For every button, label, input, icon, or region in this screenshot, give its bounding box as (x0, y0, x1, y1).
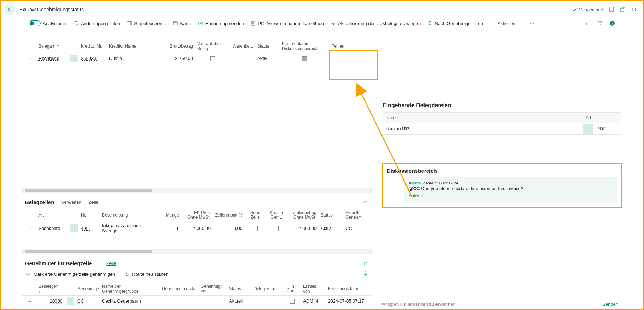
warenbe-cell (230, 57, 255, 60)
tab-zeile[interactable]: Zeile (89, 200, 98, 205)
row-menu-button[interactable]: ⋮ (583, 124, 593, 134)
col-kreditor-nr[interactable]: Kreditor Nr. (79, 42, 107, 50)
status3-cell: Aktuell (227, 297, 252, 305)
restart-route-button[interactable]: Route neu starten (124, 272, 168, 277)
col-erstellt-von[interactable]: Erstellt von (301, 282, 326, 295)
batch-icon (126, 20, 132, 26)
pdf-viewer-button[interactable]: PDf-Viewer in neuem Tab öffnen (251, 20, 324, 26)
col-belegart[interactable]: Belegart (36, 42, 68, 50)
popout-icon[interactable] (620, 6, 626, 13)
info-icon[interactable]: i (609, 20, 615, 26)
actions-menu[interactable]: Aktionen (498, 20, 523, 26)
belegart-cell[interactable]: Rechnung (36, 54, 68, 62)
svg-point-9 (429, 21, 431, 23)
col-vertraulich[interactable]: Vertraulicher Beleg (195, 40, 230, 53)
col-menge[interactable]: Menge (160, 211, 181, 219)
col-delegiert[interactable]: Delegiert an (252, 285, 283, 293)
row-menu-button[interactable]: ⋮ (70, 224, 78, 232)
collapse-icon[interactable] (631, 6, 637, 13)
col-bestell[interactable]: Bestellgen... ↑ (36, 282, 65, 295)
col-art[interactable]: Art (36, 211, 68, 219)
nr-cell[interactable]: 4051 (79, 224, 100, 232)
row-menu-button[interactable]: ⋮ (70, 55, 78, 62)
share-icon[interactable] (363, 260, 369, 267)
back-button[interactable] (4, 4, 15, 15)
restart-label: Route neu starten (132, 272, 168, 277)
col-file-art[interactable]: Art (582, 113, 621, 123)
comment-input[interactable]: @ tippen um jemanden zu erwähnen (380, 302, 456, 307)
col-erstell-datum[interactable]: Erstellungsdatum (326, 285, 368, 293)
genehmiger-cell[interactable]: CC (75, 297, 100, 305)
kogen-cell[interactable] (266, 224, 287, 232)
arrow-left-icon (7, 7, 12, 12)
analyze-label: Analysieren (43, 21, 67, 26)
col-warenbe[interactable]: Warenbe... (230, 42, 255, 50)
col-neue[interactable]: Neue Zeile (245, 209, 266, 221)
col-status2[interactable]: Status (319, 211, 343, 219)
col-kogen[interactable]: Ko... in Gen... (266, 209, 287, 221)
pin-icon[interactable] (362, 271, 368, 278)
col-gdatum[interactable]: Genehmigungsda... (160, 285, 199, 293)
col-fehler[interactable]: Fehlerr (329, 42, 350, 50)
bestell-cell[interactable]: 10000 (36, 297, 65, 305)
col-status3[interactable]: Status (227, 285, 252, 293)
col-nr[interactable]: Nr. (79, 211, 100, 219)
card-icon (173, 20, 178, 26)
col-brutto[interactable]: Bruttobetrag (163, 42, 195, 50)
saved-indicator: Gespeichert (572, 7, 603, 12)
art-cell: Sachkonto (36, 224, 68, 232)
grid3-row[interactable]: → 10000 ⋮ CC Cecilia Cederbaum Aktuell A… (22, 296, 372, 306)
horizontal-scrollbar[interactable] (22, 188, 372, 193)
share-icon[interactable] (363, 199, 369, 206)
check-changes-button[interactable]: Änderungen prüfen (73, 20, 120, 26)
brutto-cell: 8 750,00 (163, 54, 195, 62)
approve-line-button[interactable]: Markierte Genehmigerzeile genehmigen (26, 272, 115, 277)
checkbox-icon (290, 299, 295, 304)
filter-approver-button[interactable]: Nach Genehmiger filtern (427, 20, 484, 26)
grid1-row[interactable]: → Rechnung ⋮ 2559334 Dustin 8 750,00 Akt… (22, 53, 372, 64)
col-status[interactable]: Status (255, 42, 280, 50)
col-betrag[interactable]: Zeilenbetrag Ohne MwSt. (287, 209, 319, 221)
reply-link[interactable]: Antwort (409, 193, 613, 198)
svg-rect-2 (127, 22, 131, 25)
batch-post-button[interactable]: Stapelbuchen... (126, 20, 166, 26)
vertraulich-cell[interactable] (195, 54, 230, 63)
col-rabatt[interactable]: Zeilenrabatt % (213, 211, 245, 219)
files-heading[interactable]: Eingehende Belegdateien (383, 102, 621, 109)
betrag-cell: 7 000,00 (287, 224, 319, 232)
col-beschreibung[interactable]: Beschreibung (100, 211, 160, 219)
col-file-name[interactable]: Name (383, 113, 582, 123)
kreditor-nr-cell[interactable]: 2559334 (79, 54, 107, 62)
col-genehmiger[interactable]: Genehmiger... (75, 285, 100, 293)
bookmark-icon[interactable] (608, 6, 615, 13)
more-menu[interactable]: ⋯ (530, 21, 534, 26)
kommentar-cell[interactable] (280, 54, 329, 63)
force-refresh-button[interactable]: Aktualisierung des …fsbelegs erzwingen (330, 20, 421, 26)
inube-cell[interactable] (283, 297, 301, 305)
files-row[interactable]: dustin107 ⋮ PDF (383, 123, 621, 134)
chevron-down-icon (518, 20, 523, 26)
belegzeilen-title: Belegzeilen (25, 199, 54, 205)
col-ek[interactable]: EK-Preis Ohne MwSt. (181, 209, 213, 221)
row-menu-button[interactable]: ⋮ (67, 297, 74, 305)
filter-icon[interactable] (597, 20, 603, 26)
tab-verwalten[interactable]: Verwalten (61, 200, 82, 205)
status2-cell: Aktiv (319, 224, 343, 232)
analyze-toggle[interactable]: Analysieren (29, 20, 67, 26)
grid2-row[interactable]: → Sachkonto ⋮ 4051 Inköp av varor inom S… (22, 221, 372, 235)
send-button[interactable]: Senden (602, 302, 618, 307)
col-gvon[interactable]: Genehmigt von (199, 283, 227, 295)
tab-zeile-active[interactable]: Zeile (106, 261, 116, 266)
col-genehmi[interactable]: Aktueller Genehmi (343, 209, 368, 221)
send-reminder-button[interactable]: Erinnerung senden (198, 20, 244, 26)
col-inube[interactable]: In Übe... (283, 283, 301, 295)
share-icon[interactable] (585, 20, 591, 26)
sort-asc-icon: ↑ (38, 290, 40, 293)
file-name-cell[interactable]: dustin107 (383, 123, 583, 134)
col-kommentar[interactable]: Kommentar im Diskussionsbereich (280, 40, 329, 53)
horizontal-scrollbar[interactable] (22, 249, 372, 254)
col-kreditor-name[interactable]: Kreditor Name (107, 42, 163, 50)
neue-cell[interactable] (245, 224, 266, 232)
col-gruppe[interactable]: Name der Genehmigergruppe (100, 282, 160, 295)
card-button[interactable]: Karte (173, 20, 191, 26)
